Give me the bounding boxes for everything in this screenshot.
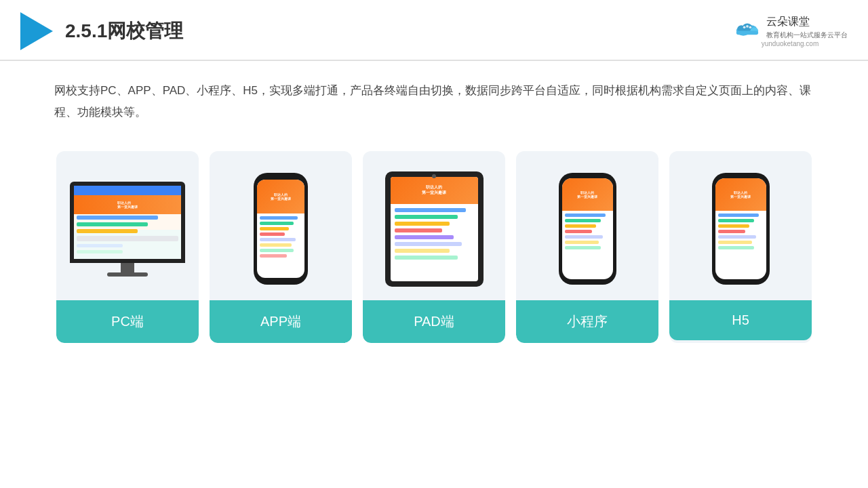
card-app-image: 职达人的第一堂兴趣课 (210, 151, 352, 300)
svg-rect-5 (736, 30, 758, 35)
card-app: 职达人的第一堂兴趣课 (210, 151, 352, 343)
play-icon (20, 12, 53, 50)
mini-phone-frame: 职达人的第一堂兴趣课 (559, 173, 616, 285)
h5-phone-mock: 职达人的第一堂兴趣课 (712, 173, 770, 285)
phone-screen-text: 职达人的第一堂兴趣课 (271, 192, 291, 201)
brand-name: 云朵课堂 (766, 15, 848, 29)
card-pad: 职达人的第一堂兴趣课 (363, 151, 505, 343)
phone-frame: 职达人的第一堂兴趣课 (254, 173, 308, 285)
h5-phone-frame: 职达人的第一堂兴趣课 (712, 173, 770, 285)
svg-point-6 (743, 26, 746, 28)
tablet-frame: 职达人的第一堂兴趣课 (385, 171, 484, 287)
header-left: 2.5.1网校管理 (20, 12, 183, 50)
header: 2.5.1网校管理 云朵课堂 教育机构一站式服务云平台 yunduoketang… (0, 0, 868, 61)
mini-phone-screen: 职达人的第一堂兴趣课 (562, 178, 613, 279)
brand-tagline: 教育机构一站式服务云平台 (766, 30, 848, 40)
h5-phone-notch (733, 175, 748, 178)
miniapp-phone-mock: 职达人的第一堂兴趣课 (559, 173, 616, 285)
tablet-screen: 职达人的第一堂兴趣课 (391, 177, 478, 281)
card-h5: 职达人的第一堂兴趣课 H5 (669, 151, 812, 343)
app-phone-mock: 职达人的第一堂兴趣课 (254, 173, 308, 285)
brand-url: yunduoketang.com (762, 40, 819, 47)
card-pc-image: 职达人的第一堂兴趣课 (56, 151, 199, 300)
tablet-camera (432, 174, 436, 178)
tablet-screen-text: 职达人的第一堂兴趣课 (422, 185, 446, 196)
card-pc: 职达人的第一堂兴趣课 PC端 (56, 151, 199, 343)
brand-name-group: 云朵课堂 教育机构一站式服务云平台 (766, 15, 848, 40)
phone-notch (273, 176, 289, 180)
card-pad-label: PAD端 (363, 300, 505, 343)
mini-screen-text: 职达人的第一堂兴趣课 (577, 190, 597, 199)
h5-phone-screen: 职达人的第一堂兴趣课 (715, 178, 766, 279)
card-pad-image: 职达人的第一堂兴趣课 (363, 151, 505, 300)
cloud-logo-icon (732, 18, 762, 38)
svg-point-7 (746, 24, 749, 27)
svg-point-8 (749, 26, 752, 28)
card-miniapp-image: 职达人的第一堂兴趣课 (516, 151, 658, 300)
phone-screen: 职达人的第一堂兴趣课 (257, 180, 304, 278)
description-text: 网校支持PC、APP、PAD、小程序、H5，实现多端打通，产品各终端自由切换，数… (0, 61, 868, 131)
card-app-label: APP端 (210, 300, 352, 343)
monitor-screen: 职达人的第一堂兴趣课 (74, 186, 181, 259)
card-miniapp: 职达人的第一堂兴趣课 小程序 (516, 151, 658, 343)
card-h5-label: H5 (669, 300, 812, 340)
cards-container: 职达人的第一堂兴趣课 PC端 (0, 131, 868, 363)
brand-area: 云朵课堂 教育机构一站式服务云平台 yunduoketang.com (732, 15, 848, 47)
monitor-frame: 职达人的第一堂兴趣课 (70, 182, 185, 263)
card-miniapp-label: 小程序 (516, 300, 658, 343)
mini-phone-notch (580, 175, 595, 178)
brand-logo: 云朵课堂 教育机构一站式服务云平台 (732, 15, 848, 40)
page-title: 2.5.1网校管理 (65, 18, 183, 44)
card-h5-image: 职达人的第一堂兴趣课 (669, 151, 812, 300)
pc-device-mock: 职达人的第一堂兴趣课 (70, 182, 185, 277)
h5-screen-text: 职达人的第一堂兴趣课 (730, 190, 751, 199)
tablet-mock: 职达人的第一堂兴趣课 (385, 171, 484, 287)
card-pc-label: PC端 (56, 300, 199, 343)
